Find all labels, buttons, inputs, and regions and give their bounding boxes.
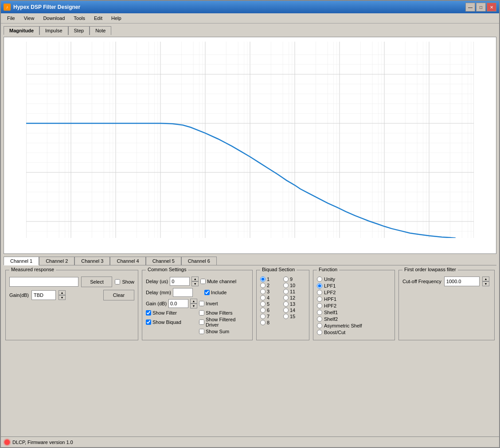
- gain-db-row: Gain (dB) ▲ ▼ Invert: [146, 299, 249, 308]
- fn-shelf2-label: Shelf2: [324, 316, 338, 322]
- channel-tab-4[interactable]: Channel 4: [110, 257, 145, 265]
- fn-hpf1: HPF1: [317, 296, 391, 302]
- show-filtered-driver-checkbox[interactable]: [199, 319, 204, 325]
- close-button[interactable]: ✕: [487, 3, 496, 12]
- channel-tab-6[interactable]: Channel 6: [181, 257, 217, 265]
- delay-us-label: Delay (us): [146, 279, 168, 284]
- bq-radio-input-11[interactable]: [283, 289, 289, 294]
- show-checkbox[interactable]: [115, 279, 120, 284]
- bq-radio-input-14[interactable]: [283, 308, 289, 313]
- gain-db-spinner: ▲ ▼: [190, 299, 197, 308]
- fn-lpf1-label: LPF1: [324, 283, 336, 288]
- gain-db-down[interactable]: ▼: [190, 304, 197, 308]
- function-title: Function: [317, 267, 339, 272]
- menu-file[interactable]: File: [4, 15, 19, 22]
- fn-radio-shelf1[interactable]: [317, 310, 322, 315]
- fn-hpf2-label: HPF2: [324, 303, 336, 308]
- include-checkbox[interactable]: [204, 290, 210, 295]
- menu-download[interactable]: Download: [39, 15, 68, 22]
- delay-us-input[interactable]: [170, 277, 190, 286]
- fn-radio-asym-shelf[interactable]: [317, 323, 322, 328]
- delay-us-spinner: ▲ ▼: [191, 277, 199, 286]
- delay-mm-input[interactable]: [173, 288, 193, 297]
- bq-radio-15: 15: [283, 314, 305, 319]
- status-text: DLCP, Firmware version 1.0: [12, 440, 73, 445]
- show-biquad-text: Show Biquad: [152, 319, 181, 325]
- channel-tab-5[interactable]: Channel 5: [146, 257, 181, 265]
- bq-radio-input-15[interactable]: [283, 314, 289, 319]
- fn-radio-boost-cut[interactable]: [317, 330, 322, 335]
- bq-radio-input-9[interactable]: [283, 277, 289, 282]
- show-filters-checkbox[interactable]: [199, 310, 204, 316]
- fn-hpf1-label: HPF1: [324, 296, 336, 302]
- minimize-button[interactable]: —: [465, 3, 475, 12]
- channel-tabs: Channel 1 Channel 2 Channel 3 Channel 4 …: [4, 257, 496, 265]
- menu-edit[interactable]: Edit: [90, 15, 106, 22]
- bq-radio-input-8[interactable]: [260, 320, 266, 325]
- bq-radio-14: 14: [283, 308, 305, 313]
- bq-radio-12: 12: [283, 295, 305, 300]
- measured-response-group: Measured response Select Show Gain(dB) ▲: [5, 270, 138, 340]
- channel-tab-1[interactable]: Channel 1: [4, 257, 39, 265]
- delay-mm-row: Delay (mm) Include: [146, 288, 249, 297]
- gain-down-arrow[interactable]: ▼: [59, 295, 66, 300]
- show-biquad-checkbox[interactable]: [146, 319, 151, 325]
- select-button[interactable]: Select: [81, 277, 112, 287]
- app-icon: ♪: [4, 4, 11, 11]
- cutoff-input[interactable]: [444, 277, 480, 286]
- fn-radio-lpf2[interactable]: [317, 290, 322, 295]
- delay-us-up[interactable]: ▲: [191, 277, 199, 281]
- fn-radio-hpf1[interactable]: [317, 296, 322, 302]
- invert-checkbox[interactable]: [199, 301, 204, 306]
- show-sum-checkbox[interactable]: [199, 329, 204, 334]
- fn-unity-label: Unity: [324, 277, 335, 282]
- gain-up-arrow[interactable]: ▲: [59, 290, 66, 295]
- menu-help[interactable]: Help: [108, 15, 125, 22]
- show-filter-checkbox[interactable]: [146, 310, 151, 316]
- status-bar: DLCP, Firmware version 1.0: [1, 436, 499, 447]
- measured-response-row: Select Show: [9, 277, 134, 287]
- bq-radio-input-3[interactable]: [260, 289, 266, 294]
- chart-container: 10 0 -10 -20 10 100 1 000 10 000 100 000: [4, 37, 496, 254]
- bq-radio-input-10[interactable]: [283, 283, 289, 288]
- bq-radio-input-13[interactable]: [283, 301, 289, 307]
- fn-shelf2: Shelf2: [317, 316, 391, 322]
- gain-input[interactable]: [31, 290, 56, 300]
- measured-response-input[interactable]: [9, 277, 78, 287]
- tab-note[interactable]: Note: [90, 26, 111, 35]
- window-title: Hypex DSP Filter Designer: [13, 4, 80, 10]
- menu-tools[interactable]: Tools: [70, 15, 89, 22]
- tab-magnitude[interactable]: Magnitude: [4, 26, 39, 35]
- maximize-button[interactable]: □: [476, 3, 486, 12]
- bq-radio-5: 5: [260, 301, 282, 307]
- folp-group: First order lowpass filter Cut-off Frequ…: [398, 270, 495, 340]
- bq-radio-input-5[interactable]: [260, 301, 266, 307]
- menu-view[interactable]: View: [20, 15, 38, 22]
- chart-inner: 10 0 -10 -20 10 100 1 000 10 000 100 000: [26, 42, 474, 238]
- cutoff-up[interactable]: ▲: [482, 277, 489, 281]
- bq-radio-input-2[interactable]: [260, 283, 266, 288]
- channel-tab-3[interactable]: Channel 3: [74, 257, 110, 265]
- tab-impulse[interactable]: Impulse: [39, 26, 68, 35]
- delay-us-down[interactable]: ▼: [191, 281, 199, 286]
- fn-radio-hpf2[interactable]: [317, 303, 322, 308]
- gain-db-up[interactable]: ▲: [190, 299, 197, 304]
- clear-button[interactable]: Clear: [103, 290, 134, 300]
- fn-radio-unity[interactable]: [317, 277, 322, 282]
- mute-channel-text: Mute channel: [207, 279, 236, 284]
- channel-tab-2[interactable]: Channel 2: [39, 257, 74, 265]
- bq-radio-input-4[interactable]: [260, 295, 266, 300]
- bq-radio-input-6[interactable]: [260, 308, 266, 313]
- tab-step[interactable]: Step: [68, 26, 90, 35]
- fn-radio-shelf2[interactable]: [317, 316, 322, 322]
- cutoff-down[interactable]: ▼: [482, 281, 489, 286]
- fn-radio-lpf1[interactable]: [317, 283, 322, 288]
- bq-radio-input-1[interactable]: [260, 277, 266, 282]
- chart-svg: 10 0 -10 -20 10 100 1 000 10 000 100 000: [26, 42, 474, 238]
- bq-radio-input-7[interactable]: [260, 314, 266, 319]
- delay-mm-label: Delay (mm): [146, 290, 171, 295]
- bq-radio-input-12[interactable]: [283, 295, 289, 300]
- gain-db-input[interactable]: [168, 299, 188, 308]
- title-buttons: — □ ✕: [465, 3, 496, 12]
- mute-channel-checkbox[interactable]: [200, 279, 206, 284]
